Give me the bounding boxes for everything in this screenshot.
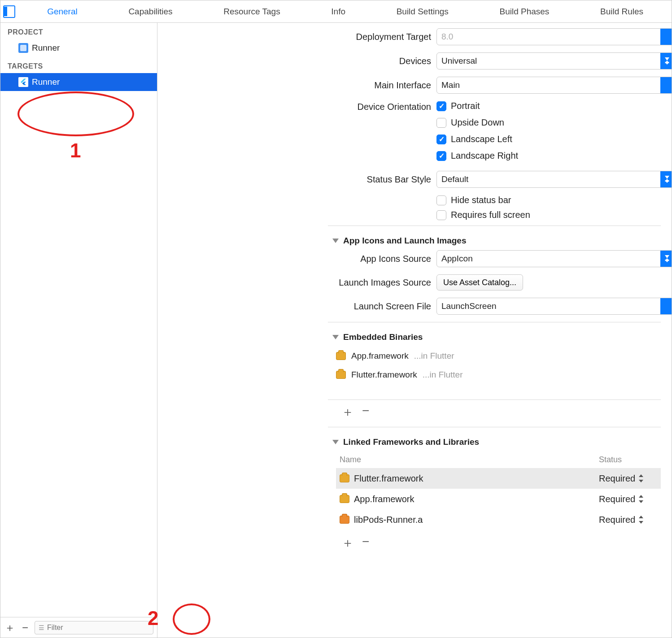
disclose-embedded-section[interactable]	[332, 335, 339, 339]
framework-name: App.framework	[354, 494, 415, 504]
select-devices[interactable]: Universal	[436, 52, 672, 69]
label-landscape-right: Landscape Right	[451, 151, 518, 161]
targets-sidebar: PROJECT Runner TARGETS Runner 1 ＋ − ☰	[0, 23, 157, 638]
remove-embedded-button[interactable]: −	[362, 404, 369, 421]
annotation-circle-1	[17, 91, 134, 136]
panel-toggle-icon[interactable]	[3, 5, 15, 18]
framework-meta: ...in Flutter	[423, 370, 463, 380]
tab-resource-tags[interactable]: Resource Tags	[216, 0, 287, 23]
framework-name: Flutter.framework	[354, 473, 423, 484]
btn-use-asset-catalog[interactable]: Use Asset Catalog...	[436, 274, 523, 291]
field-launch-screen-file[interactable]: LaunchScreen	[436, 298, 672, 315]
chevron-down-icon[interactable]	[660, 298, 672, 314]
add-target-button[interactable]: ＋	[4, 621, 16, 635]
sidebar-target-label: Runner	[32, 77, 60, 87]
field-main-interface[interactable]: Main	[436, 77, 672, 94]
editor-tabbar: General Capabilities Resource Tags Info …	[0, 0, 672, 23]
check-portrait[interactable]	[436, 101, 446, 111]
check-landscape-right[interactable]	[436, 151, 446, 161]
annotation-number-1: 1	[70, 139, 81, 162]
remove-linked-button[interactable]: −	[362, 534, 369, 551]
label-main-interface: Main Interface	[157, 80, 431, 91]
field-deploy-target[interactable]: 8.0	[436, 28, 672, 45]
updown-icon[interactable]	[660, 171, 672, 187]
chevron-down-icon[interactable]	[660, 29, 672, 45]
general-settings-pane: Deployment Target 8.0 Devices Universal …	[157, 23, 672, 638]
filter-field[interactable]: ☰	[35, 621, 153, 634]
disclose-linked-section[interactable]	[332, 440, 339, 444]
value-app-icons-source: AppIcon	[441, 254, 473, 264]
check-hide-status[interactable]	[436, 195, 446, 205]
check-upside-down[interactable]	[436, 118, 446, 128]
add-linked-button[interactable]: ＋	[341, 534, 354, 551]
list-item[interactable]: Flutter.framework ...in Flutter	[336, 365, 661, 384]
sidebar-project-label: Runner	[32, 43, 60, 53]
col-header-name: Name	[340, 455, 599, 464]
sidebar-section-targets: TARGETS	[0, 57, 157, 73]
updown-icon[interactable]	[638, 516, 644, 524]
filter-input[interactable]	[47, 624, 149, 632]
framework-icon	[340, 495, 349, 503]
library-icon	[340, 516, 349, 524]
label-orientation: Device Orientation	[157, 101, 431, 112]
framework-name: App.framework	[351, 351, 409, 361]
label-statusbar: Status Bar Style	[157, 174, 431, 185]
add-embedded-button[interactable]: ＋	[341, 404, 354, 421]
updown-icon[interactable]	[638, 474, 644, 482]
tab-capabilities[interactable]: Capabilities	[121, 0, 179, 23]
label-launch-images-source: Launch Images Source	[157, 278, 431, 288]
label-launch-screen-file: Launch Screen File	[157, 301, 431, 312]
tab-general[interactable]: General	[40, 0, 85, 23]
updown-icon[interactable]	[638, 495, 644, 503]
sidebar-section-project: PROJECT	[0, 23, 157, 39]
framework-icon	[340, 474, 349, 482]
tab-build-rules[interactable]: Build Rules	[593, 0, 650, 23]
xcode-project-icon	[18, 43, 28, 53]
framework-icon	[336, 371, 346, 379]
label-landscape-left: Landscape Left	[451, 134, 512, 144]
label-requires-fullscreen: Requires full screen	[451, 210, 530, 220]
updown-icon[interactable]	[660, 251, 672, 267]
table-row[interactable]: Flutter.framework Required	[336, 468, 661, 489]
value-main-interface: Main	[441, 80, 460, 90]
tab-build-phases[interactable]: Build Phases	[492, 0, 556, 23]
remove-target-button[interactable]: −	[19, 621, 31, 634]
updown-icon[interactable]	[660, 53, 672, 69]
check-landscape-left[interactable]	[436, 135, 446, 144]
table-row[interactable]: App.framework Required	[336, 489, 661, 509]
label-deploy-target: Deployment Target	[157, 32, 431, 42]
sidebar-target-runner[interactable]: Runner	[0, 73, 157, 91]
select-app-icons-source[interactable]: AppIcon	[436, 250, 672, 267]
filter-icon: ☰	[39, 624, 44, 631]
sidebar-project-runner[interactable]: Runner	[0, 39, 157, 57]
section-title-embedded: Embedded Binaries	[343, 332, 423, 342]
value-statusbar: Default	[441, 174, 468, 184]
tabs: General Capabilities Resource Tags Info …	[22, 0, 669, 23]
disclose-icons-section[interactable]	[332, 239, 339, 243]
section-title-icons: App Icons and Launch Images	[343, 236, 467, 246]
framework-icon	[336, 352, 346, 360]
framework-meta: ...in Flutter	[414, 351, 454, 361]
label-devices: Devices	[157, 56, 431, 66]
status-value[interactable]: Required	[599, 494, 635, 504]
section-title-linked: Linked Frameworks and Libraries	[343, 437, 479, 447]
label-app-icons-source: App Icons Source	[157, 254, 431, 264]
sidebar-footer: ＋ − ☰	[0, 617, 157, 638]
select-statusbar[interactable]: Default	[436, 171, 672, 188]
label-portrait: Portrait	[451, 101, 480, 111]
status-value[interactable]: Required	[599, 473, 635, 484]
value-devices: Universal	[441, 56, 477, 66]
embedded-binaries-list: App.framework ...in Flutter Flutter.fram…	[336, 347, 661, 384]
chevron-down-icon[interactable]	[660, 77, 672, 93]
framework-name: Flutter.framework	[351, 370, 417, 380]
table-row[interactable]: libPods-Runner.a Required	[336, 509, 661, 530]
list-item[interactable]: App.framework ...in Flutter	[336, 347, 661, 365]
tab-info[interactable]: Info	[324, 0, 353, 23]
value-launch-screen: LaunchScreen	[441, 301, 497, 311]
status-value[interactable]: Required	[599, 515, 635, 525]
check-requires-fullscreen[interactable]	[436, 210, 446, 220]
flutter-icon	[18, 77, 28, 87]
tab-build-settings[interactable]: Build Settings	[389, 0, 456, 23]
linked-frameworks-table: Name Status Flutter.framework Required A…	[336, 451, 661, 530]
label-upside-down: Upside Down	[451, 117, 504, 128]
